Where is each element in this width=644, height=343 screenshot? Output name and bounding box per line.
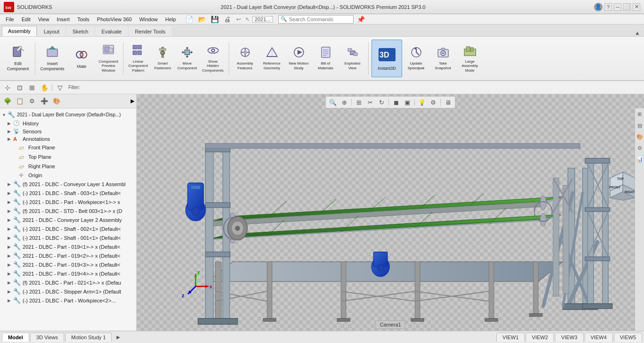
tab-3d-views[interactable]: 3D Views bbox=[30, 333, 64, 342]
open-file-btn[interactable]: 📂 bbox=[196, 14, 207, 24]
tree-workpiece2[interactable]: ▶ 🔧 (-) 2021 - DLBC - Part - Workpiece<2… bbox=[0, 296, 136, 305]
tree-part021[interactable]: ▶ 🔧 (f) 2021 - DLBC - Part - 021<1>-> x … bbox=[0, 278, 136, 287]
view-tab-3[interactable]: VIEW3 bbox=[555, 333, 583, 342]
tree-annotations[interactable]: ▶ A Annotations bbox=[0, 135, 136, 143]
p019-3-expander: ▶ bbox=[8, 262, 13, 267]
menu-tools[interactable]: Tools bbox=[74, 16, 93, 23]
feature-tree[interactable]: ▼ 🔧 2021 - Dual Layer Belt Conveyor (Def… bbox=[0, 108, 136, 331]
tree-part019-2[interactable]: ▶ 🔧 2021 - DLBC - Part - 019<2>-> x (Def… bbox=[0, 251, 136, 260]
svg-rect-124 bbox=[553, 178, 559, 296]
exploded-view-btn[interactable]: ExplodedView bbox=[339, 40, 365, 77]
zoom-select-btn[interactable]: ⊞ bbox=[26, 82, 38, 93]
zoom-to-fit-btn[interactable]: ⊡ bbox=[14, 82, 25, 93]
config-manager-btn[interactable]: ⚙ bbox=[26, 96, 38, 106]
tree-part019-1[interactable]: ▶ 🔧 2021 - DLBC - Part - 019<1>-> x (Def… bbox=[0, 242, 136, 251]
smart-fasteners-btn[interactable]: SmartFasteners bbox=[151, 40, 174, 77]
belt003-icon: 🔧 bbox=[13, 207, 22, 214]
move-component-btn[interactable]: MoveComponent bbox=[175, 40, 199, 77]
tree-shaft-001[interactable]: ▶ 🔧 (-) 2021 - DLBC - Shaft - 001<1> (De… bbox=[0, 233, 136, 242]
pin-icon[interactable]: 📌 bbox=[357, 16, 365, 23]
view-tab-5[interactable]: VIEW5 bbox=[614, 333, 642, 342]
tree-right-plane[interactable]: ▱ Right Plane bbox=[0, 162, 136, 171]
tab-sketch[interactable]: Sketch bbox=[66, 26, 95, 36]
view-tab-2[interactable]: VIEW2 bbox=[526, 333, 554, 342]
help-button[interactable]: ? bbox=[604, 3, 612, 11]
tree-history[interactable]: ▶ 🕐 History bbox=[0, 119, 136, 127]
tab-assembly[interactable]: Assembly bbox=[2, 26, 37, 36]
cursor-btn[interactable]: ↖ bbox=[245, 16, 250, 23]
tree-shaft-002[interactable]: ▶ 🔧 (-) 2021 - DLBC - Shaft - 002<1> (De… bbox=[0, 224, 136, 233]
tree-top-plane[interactable]: ▱ Top Plane bbox=[0, 152, 136, 162]
orient-view-btn[interactable]: ⊹ bbox=[2, 82, 13, 93]
menu-help[interactable]: Help bbox=[162, 16, 180, 23]
property-manager-btn[interactable]: 📋 bbox=[14, 96, 25, 106]
menu-file[interactable]: File bbox=[2, 16, 18, 23]
filter-btn[interactable]: ▽ bbox=[54, 82, 66, 93]
tree-conveyor-layer2[interactable]: ▶ 🔧 2021 - DLBC - Conveyor Layer 2 Assem… bbox=[0, 215, 136, 224]
instant3d-btn[interactable]: 3D Instant3D bbox=[372, 40, 402, 77]
show-hidden-btn[interactable]: ShowHiddenComponents bbox=[200, 40, 226, 77]
tree-part019-4[interactable]: ▶ 🔧 2021 - DLBC - Part - 019<4>-> x (Def… bbox=[0, 269, 136, 278]
large-assembly-mode-btn[interactable]: LargeAssemblyMode bbox=[457, 40, 483, 77]
component-preview-btn[interactable]: ComponentPreviewWindow bbox=[97, 40, 120, 77]
mate-btn[interactable]: Mate bbox=[67, 40, 96, 77]
vp-right-btn3[interactable]: 🎨 bbox=[636, 133, 644, 140]
pan-btn[interactable]: ✋ bbox=[39, 82, 50, 93]
view-tab-4[interactable]: VIEW4 bbox=[585, 333, 613, 342]
undo-btn[interactable]: ↩ bbox=[236, 16, 241, 23]
tree-part019-3[interactable]: ▶ 🔧 2021 - DLBC - Part - 019<3>-> x (Def… bbox=[0, 260, 136, 269]
tab-model[interactable]: Model bbox=[2, 333, 29, 342]
tree-sensors[interactable]: ▶ 📡 Sensors bbox=[0, 127, 136, 135]
vp-right-btn5[interactable]: 📊 bbox=[636, 155, 644, 163]
insert-components-btn[interactable]: InsertComponents bbox=[38, 40, 66, 77]
vp-right-btn1[interactable]: ⊞ bbox=[636, 110, 644, 118]
svg-rect-12 bbox=[133, 45, 137, 49]
minimize-button[interactable]: ─ bbox=[614, 3, 621, 11]
take-snapshot-btn[interactable]: TakeSnapshot bbox=[430, 40, 456, 77]
search-box[interactable]: 🔍 bbox=[278, 15, 354, 24]
vp-right-btn4[interactable]: ⚙ bbox=[636, 144, 644, 152]
bill-of-materials-btn[interactable]: Bill ofMaterials bbox=[313, 40, 339, 77]
tree-front-plane[interactable]: ▱ Front Plane bbox=[0, 143, 136, 152]
linear-pattern-btn[interactable]: LinearComponentPattern bbox=[126, 40, 150, 77]
tree-belt003[interactable]: ▶ 🔧 (f) 2021 - DLBC - STD - Belt 003<1>-… bbox=[0, 206, 136, 215]
user-icon[interactable]: 👤 bbox=[594, 3, 603, 11]
menu-view[interactable]: View bbox=[34, 16, 53, 23]
menu-photoview[interactable]: PhotoView 360 bbox=[93, 16, 136, 23]
tab-evaluate[interactable]: Evaluate bbox=[95, 26, 128, 36]
tree-conveyor-layer1[interactable]: ▶ 🔧 (f) 2021 - DLBC - Conveyor Layer 1 A… bbox=[0, 180, 136, 188]
print-btn[interactable]: 🖨 bbox=[222, 14, 233, 24]
reference-geometry-btn[interactable]: ReferenceGeometry bbox=[259, 40, 285, 77]
expand-btn[interactable]: ▶ bbox=[131, 98, 134, 104]
tree-origin[interactable]: ✛ Origin bbox=[0, 171, 136, 180]
new-file-btn[interactable]: 📄 bbox=[183, 14, 195, 24]
tree-workpiece1[interactable]: ▶ 🔧 (-) 2021 - DLBC - Part - Workpiece<1… bbox=[0, 197, 136, 206]
update-speedpak-btn[interactable]: UpdateSpeedpak bbox=[403, 40, 429, 77]
assembly-features-btn[interactable]: AssemblyFeatures bbox=[232, 40, 258, 77]
menu-insert[interactable]: Insert bbox=[53, 16, 74, 23]
tree-stopper-arm[interactable]: ▶ 🔧 (-) 2021 - DLBC - Stopper Arm<1> (De… bbox=[0, 287, 136, 296]
tab-motion-study1[interactable]: Motion Study 1 bbox=[65, 333, 112, 342]
new-motion-study-btn[interactable]: New MotionStudy bbox=[286, 40, 312, 77]
tree-root[interactable]: ▼ 🔧 2021 - Dual Layer Belt Conveyor (Def… bbox=[0, 110, 136, 119]
instant3d-label: Instant3D bbox=[378, 66, 396, 71]
restore-button[interactable]: ⬜ bbox=[623, 3, 631, 11]
menu-edit[interactable]: Edit bbox=[18, 16, 34, 23]
appearance-btn[interactable]: 🎨 bbox=[51, 96, 62, 106]
view-tab-1[interactable]: VIEW1 bbox=[496, 333, 525, 342]
tab-layout[interactable]: Layout bbox=[38, 26, 66, 36]
tab-render-tools[interactable]: Render Tools bbox=[129, 26, 172, 36]
menu-window[interactable]: Window bbox=[135, 16, 161, 23]
vp-right-btn2[interactable]: ▤ bbox=[636, 122, 644, 129]
edit-component-btn[interactable]: EditComponent bbox=[4, 40, 32, 77]
search-input[interactable] bbox=[289, 16, 346, 22]
tree-shaft-003[interactable]: ▶ 🔧 (-) 2021 - DLBC - Shaft - 003<1> (De… bbox=[0, 188, 136, 197]
close-button[interactable]: ✕ bbox=[633, 3, 640, 11]
viewport[interactable]: 🔍 ⊕ ⊞ ✂ ↻ ◼ ▣ 💡 ⚙ 🖥 bbox=[137, 94, 644, 331]
take-snapshot-icon bbox=[437, 46, 449, 60]
dim-expert-btn[interactable]: ➕ bbox=[39, 96, 50, 106]
collapse-ribbon-btn[interactable]: ▲ bbox=[635, 30, 640, 36]
feature-tree-btn[interactable]: 🌳 bbox=[2, 96, 13, 106]
save-btn[interactable]: 💾 bbox=[209, 14, 220, 24]
wp2-icon: 🔧 bbox=[13, 297, 22, 304]
